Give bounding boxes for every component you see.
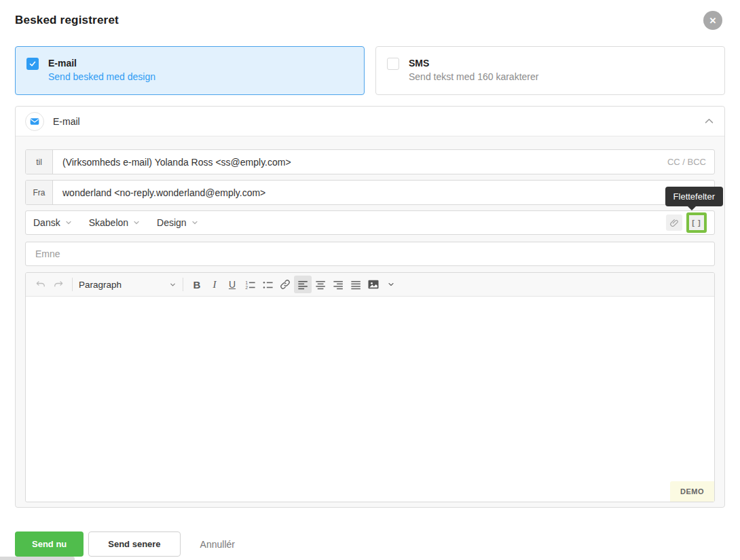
bullet-list-button[interactable] (259, 276, 276, 293)
dialog-title: Besked registreret (15, 0, 725, 27)
email-card-description: Send besked med design (48, 70, 155, 83)
email-channel-card[interactable]: E-mail Send besked med design (15, 46, 365, 95)
from-field-value[interactable]: wonderland <no-reply.wonderland@emply.co… (53, 181, 265, 204)
subject-input[interactable] (25, 242, 715, 266)
chevron-down-icon (132, 219, 141, 227)
sms-checkbox[interactable] (387, 58, 399, 70)
channel-selector: E-mail Send besked med design SMS Send t… (15, 46, 725, 95)
from-field-label: Fra (26, 181, 53, 204)
dialog-footer: Send nu Send senere Annullér (15, 531, 725, 557)
svg-text:1: 1 (245, 280, 248, 284)
merge-fields-tooltip: Flettefelter (665, 187, 723, 206)
template-dropdown[interactable]: Skabelon (89, 217, 141, 228)
redo-button[interactable] (50, 276, 67, 293)
attachment-button[interactable] (666, 214, 682, 231)
chevron-down-icon (387, 280, 395, 288)
email-panel-title: E-mail (53, 116, 80, 127)
rich-text-editor: Paragraph B I U 12 (25, 272, 715, 502)
ordered-list-icon: 12 (244, 278, 257, 291)
toolbar-separator (72, 278, 73, 291)
chevron-down-icon (191, 219, 199, 227)
language-dropdown-label: Dansk (33, 217, 60, 228)
to-field-value[interactable]: (Virksomheds e-mail) Yolanda Ross <ss@em… (53, 150, 291, 174)
justify-icon (350, 278, 363, 291)
align-right-button[interactable] (329, 276, 347, 293)
brackets-icon: [ ] (692, 219, 701, 227)
bullet-list-icon (261, 278, 274, 291)
demo-badge: DEMO (670, 481, 714, 502)
from-field-row: Fra wonderland <no-reply.wonderland@empl… (25, 180, 715, 205)
link-icon (279, 278, 291, 291)
ordered-list-button[interactable]: 12 (241, 276, 259, 293)
italic-button[interactable]: I (206, 276, 223, 293)
check-icon (29, 60, 37, 68)
to-field-row: til (Virksomheds e-mail) Yolanda Ross <s… (25, 149, 715, 174)
align-center-button[interactable] (312, 276, 329, 293)
email-compose-panel: E-mail til (Virksomheds e-mail) Yolanda … (15, 106, 725, 508)
cc-bcc-toggle[interactable]: CC / BCC (667, 150, 714, 174)
to-field-label: til (26, 150, 53, 174)
svg-text:2: 2 (245, 284, 248, 289)
cancel-link[interactable]: Annullér (200, 539, 235, 550)
insert-link-button[interactable] (276, 276, 294, 293)
close-button[interactable]: ✕ (703, 11, 722, 30)
message-options-row: Dansk Skabelon Design (25, 210, 715, 235)
toolbar-separator (183, 278, 183, 291)
sms-card-label: SMS (409, 56, 538, 70)
insert-image-button[interactable] (365, 276, 382, 293)
send-later-button[interactable]: Send senere (88, 531, 180, 557)
message-body-area[interactable]: DEMO (26, 297, 714, 502)
align-center-icon (314, 278, 327, 291)
justify-button[interactable] (347, 276, 365, 293)
collapse-panel-button[interactable] (703, 115, 715, 127)
image-icon (367, 278, 380, 291)
chevron-down-icon (169, 281, 177, 288)
email-checkbox[interactable] (26, 58, 39, 70)
toolbar-more-button[interactable] (382, 276, 400, 293)
align-right-icon (332, 278, 345, 291)
paragraph-style-label: Paragraph (79, 280, 122, 290)
chevron-up-icon (703, 115, 715, 127)
undo-button[interactable] (32, 276, 50, 293)
message-dialog: Besked registreret ✕ E-mail Send besked … (0, 0, 740, 560)
chevron-down-icon (64, 219, 73, 227)
paragraph-style-select[interactable]: Paragraph (77, 280, 178, 290)
language-dropdown[interactable]: Dansk (33, 217, 73, 228)
bold-button[interactable]: B (188, 276, 206, 293)
email-card-label: E-mail (48, 56, 155, 70)
email-panel-header: E-mail (16, 107, 724, 136)
align-left-icon (297, 278, 310, 291)
redo-icon (52, 278, 64, 291)
editor-toolbar: Paragraph B I U 12 (26, 273, 714, 297)
undo-icon (35, 278, 47, 291)
background-page-sliver (0, 557, 75, 560)
send-now-button[interactable]: Send nu (15, 531, 84, 557)
merge-fields-button[interactable]: [ ] (686, 212, 707, 233)
paperclip-icon (669, 218, 680, 228)
sms-card-description: Send tekst med 160 karakterer (409, 70, 538, 83)
close-icon: ✕ (709, 16, 717, 26)
email-channel-badge (25, 112, 44, 131)
design-dropdown-label: Design (157, 217, 187, 228)
design-dropdown[interactable]: Design (157, 217, 199, 228)
align-left-button[interactable] (294, 276, 312, 293)
sms-channel-card[interactable]: SMS Send tekst med 160 karakterer (375, 46, 725, 95)
template-dropdown-label: Skabelon (89, 217, 128, 228)
underline-button[interactable]: U (223, 276, 241, 293)
envelope-icon (29, 116, 40, 127)
